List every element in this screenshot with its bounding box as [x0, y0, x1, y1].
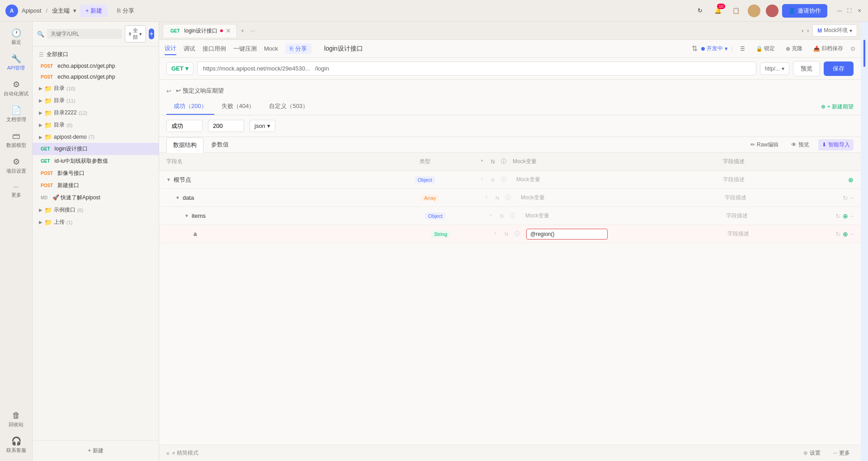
delete-field-button[interactable]: − — [850, 194, 854, 202]
env-selector[interactable]: M Mock环境 ▾ — [812, 24, 857, 37]
data-tab-structure[interactable]: 数据结构 — [166, 137, 203, 153]
data-preview-button[interactable]: 👁 预览 — [788, 139, 813, 151]
toolbar-tab-cases[interactable]: 接口用例 — [203, 43, 226, 55]
sidebar-item-api[interactable]: 🔧 API管理 — [0, 51, 32, 75]
refresh-field-button[interactable]: ↻ — [843, 194, 848, 202]
more-actions-button[interactable]: ⊙ — [850, 45, 855, 52]
format-select[interactable]: json ▾ — [250, 120, 275, 132]
method-select[interactable]: GET ▾ — [166, 62, 193, 75]
mock-variable[interactable]: Mock变量 — [513, 176, 544, 183]
sidebar-item-trash[interactable]: 🗑 回收站 — [0, 408, 32, 432]
list-item[interactable]: POST 影像号接口 — [33, 167, 159, 179]
data-tab-params[interactable]: 参数值 — [204, 137, 236, 152]
avatar-secondary[interactable] — [766, 5, 778, 17]
invite-button[interactable]: 👤 邀请协作 — [782, 4, 827, 18]
active-tab[interactable]: GET login设计接口 ✕ — [163, 24, 237, 38]
toolbar-tab-debug[interactable]: 调试 — [184, 43, 195, 55]
new-file-button[interactable]: + 新建 — [82, 445, 108, 456]
http-select[interactable]: http/... ▾ — [760, 62, 789, 75]
folder-item[interactable]: ▶ 📁 目录 (10) — [33, 82, 159, 94]
field-info[interactable]: ⓘ — [508, 212, 517, 219]
resp-tab-failure[interactable]: 失败（404） — [214, 99, 262, 115]
folder-item[interactable]: ▶ 📁 目录2222 (12) — [33, 107, 159, 119]
new-button[interactable]: + 新建 — [80, 5, 108, 17]
sidebar-item-more[interactable]: ··· 更多 — [0, 180, 32, 202]
resp-tab-success[interactable]: 成功（200） — [166, 99, 214, 115]
sidebar-item-support[interactable]: 🎧 联系客服 — [0, 433, 32, 457]
toolbar-tab-mock[interactable]: Mock — [264, 43, 278, 54]
share-button[interactable]: ⎘ 分享 — [111, 4, 140, 18]
close-button[interactable]: ✕ — [856, 8, 863, 14]
maximize-button[interactable]: ⛶ — [846, 8, 853, 14]
list-icon[interactable]: ☰ — [736, 44, 749, 53]
more-button[interactable]: ··· 更多 — [830, 447, 854, 459]
new-expect-button[interactable]: ⊕ + 新建期望 — [821, 100, 854, 113]
expand-arrow[interactable]: ▼ — [166, 177, 171, 182]
search-input[interactable] — [47, 29, 122, 39]
save-button[interactable]: 保存 — [824, 61, 854, 76]
list-item-active[interactable]: GET login设计接口 — [33, 143, 159, 155]
refresh-button[interactable]: ↻ — [693, 5, 706, 17]
raw-edit-button[interactable]: ✏ Raw编辑 — [747, 139, 782, 151]
tab-close-button[interactable]: ✕ — [226, 27, 231, 34]
add-field-button[interactable]: ⊕ — [843, 212, 848, 220]
folder-item[interactable]: ▶ 📁 目录 (6) — [33, 119, 159, 131]
archive-button[interactable]: 📥 归档保存 — [810, 43, 847, 54]
list-item[interactable]: GET id-iu中划线获取参数值 — [33, 155, 159, 167]
sidebar-item-docs[interactable]: 📄 文档管理 — [0, 103, 32, 127]
folder-item[interactable]: ▶ 📁 目录 (11) — [33, 94, 159, 107]
minimize-button[interactable]: — — [836, 8, 843, 14]
field-info[interactable]: ⓘ — [499, 176, 508, 183]
tab-menu-button[interactable]: ··· — [248, 25, 257, 36]
notification-button[interactable]: 🔔 10 — [712, 5, 724, 17]
list-item[interactable]: MD 🚀 快速了解Apipost — [33, 192, 159, 204]
folder-item[interactable]: ▶ 📁 上传 (1) — [33, 216, 159, 228]
mock-variable[interactable]: Mock变量 — [522, 212, 553, 219]
status-name-input[interactable] — [166, 120, 203, 132]
mock-variable[interactable]: Mock变量 — [517, 194, 548, 201]
refresh-field-button[interactable]: ↻ — [835, 212, 841, 220]
add-field-button[interactable]: ⊕ — [843, 230, 848, 238]
tab-add-button[interactable]: ＋ — [238, 25, 247, 37]
url-input[interactable] — [197, 61, 756, 75]
workspace-dropdown[interactable]: ▾ — [73, 7, 76, 14]
sidebar-item-settings[interactable]: ⚙ 项目设置 — [0, 154, 32, 178]
mock-input-a[interactable] — [526, 229, 608, 240]
list-item[interactable]: POST echo.apipost.cn/get.php — [33, 71, 159, 82]
status-code-input[interactable] — [208, 120, 244, 132]
list-item[interactable]: ☰ 全部接口 — [33, 48, 159, 61]
delete-field-button[interactable]: − — [850, 230, 854, 238]
settings-button[interactable]: ⊙ 设置 — [800, 447, 824, 459]
sidebar-item-autotest[interactable]: ⚙ 自动化测试 — [0, 77, 32, 101]
document-button[interactable]: 📋 — [730, 5, 742, 17]
add-api-button[interactable]: + — [149, 28, 154, 39]
add-field-button[interactable]: ⊕ — [848, 176, 854, 183]
refresh-field-button[interactable]: ↻ — [835, 230, 841, 238]
toolbar-tab-design[interactable]: 设计 — [165, 42, 176, 55]
delete-field-button[interactable]: − — [850, 212, 854, 220]
expand-arrow[interactable]: ▼ — [184, 213, 189, 218]
nav-next[interactable]: › — [807, 28, 809, 34]
toolbar-tab-share[interactable]: ⎘ 分享 — [285, 43, 311, 54]
filter-button[interactable]: 全部 ▾ — [125, 25, 146, 42]
resp-tab-custom[interactable]: 自定义（503） — [262, 99, 316, 115]
expand-arrow[interactable]: ▼ — [175, 195, 180, 200]
field-info[interactable]: ⓘ — [504, 194, 513, 201]
folder-item[interactable]: ▶ 📁 apipost-demo (7) — [33, 131, 159, 143]
folder-item[interactable]: ▶ 📁 示例接口 (6) — [33, 204, 159, 216]
sort-icon[interactable]: ⇅ — [692, 44, 698, 53]
avatar-primary[interactable] — [748, 5, 760, 17]
field-info[interactable]: ⓘ — [513, 230, 522, 237]
nav-prev[interactable]: ‹ — [802, 28, 803, 34]
list-item[interactable]: POST 新建接口 — [33, 179, 159, 192]
import-button[interactable]: ⬇ 智能导入 — [818, 139, 854, 151]
list-item[interactable]: POST echo.apipost.cn/get.php — [33, 61, 159, 71]
sidebar-item-recent[interactable]: 🕐 最近 — [0, 25, 32, 49]
clone-button[interactable]: ⊕ 克隆 — [782, 43, 806, 54]
toolbar-tab-loadtest[interactable]: 一键压测 — [233, 43, 257, 55]
status-dropdown[interactable]: ▾ — [725, 45, 728, 52]
sidebar-item-datamodel[interactable]: 🗃 数据模型 — [0, 128, 32, 152]
preview-button[interactable]: 预览 — [793, 61, 820, 76]
simplify-mode-button[interactable]: « « 精简模式 — [166, 449, 198, 457]
lock-button[interactable]: 🔒 锁定 — [752, 43, 778, 54]
